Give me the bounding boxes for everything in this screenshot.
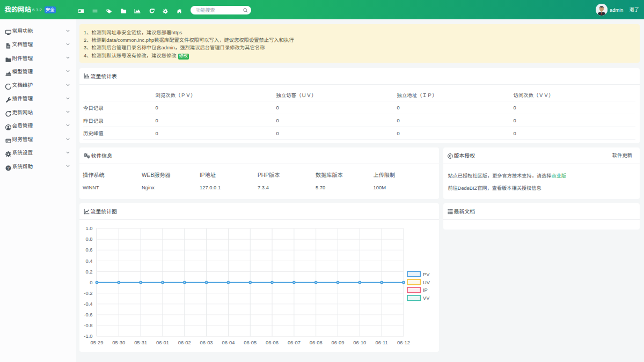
svg-text:0.4: 0.4 bbox=[85, 258, 92, 264]
svg-text:1.0: 1.0 bbox=[85, 225, 92, 231]
svg-text:06-05: 06-05 bbox=[244, 339, 257, 345]
svg-text:VV: VV bbox=[423, 295, 430, 301]
svg-text:06-10: 06-10 bbox=[353, 339, 366, 345]
svg-text:-0.2: -0.2 bbox=[84, 290, 92, 296]
svg-text:06-06: 06-06 bbox=[266, 339, 279, 345]
svg-text:-0.8: -0.8 bbox=[84, 322, 92, 328]
svg-text:06-09: 06-09 bbox=[332, 339, 345, 345]
svg-text:?: ? bbox=[7, 166, 10, 171]
svg-text:06-11: 06-11 bbox=[376, 339, 388, 345]
svg-text:-1.0: -1.0 bbox=[84, 333, 92, 339]
svg-text:06-02: 06-02 bbox=[178, 339, 191, 345]
svg-text:0.6: 0.6 bbox=[85, 247, 92, 253]
svg-text:05-29: 05-29 bbox=[91, 339, 104, 345]
svg-text:06-01: 06-01 bbox=[156, 339, 169, 345]
svg-text:06-07: 06-07 bbox=[288, 339, 301, 345]
svg-text:06-04: 06-04 bbox=[222, 339, 235, 345]
svg-text:06-12: 06-12 bbox=[397, 339, 410, 345]
svg-text:0.8: 0.8 bbox=[85, 236, 92, 242]
svg-text:0: 0 bbox=[90, 279, 92, 285]
svg-text:IP: IP bbox=[423, 287, 428, 293]
svg-text:05-30: 05-30 bbox=[112, 339, 125, 345]
svg-text:-0.6: -0.6 bbox=[84, 312, 92, 317]
svg-text:06-03: 06-03 bbox=[200, 339, 213, 345]
svg-text:UV: UV bbox=[423, 280, 430, 285]
svg-text:06-08: 06-08 bbox=[310, 339, 323, 345]
svg-text:05-31: 05-31 bbox=[134, 339, 147, 345]
svg-text:PV: PV bbox=[423, 272, 430, 277]
svg-text:-0.4: -0.4 bbox=[84, 301, 92, 307]
svg-text:0.2: 0.2 bbox=[85, 269, 92, 275]
